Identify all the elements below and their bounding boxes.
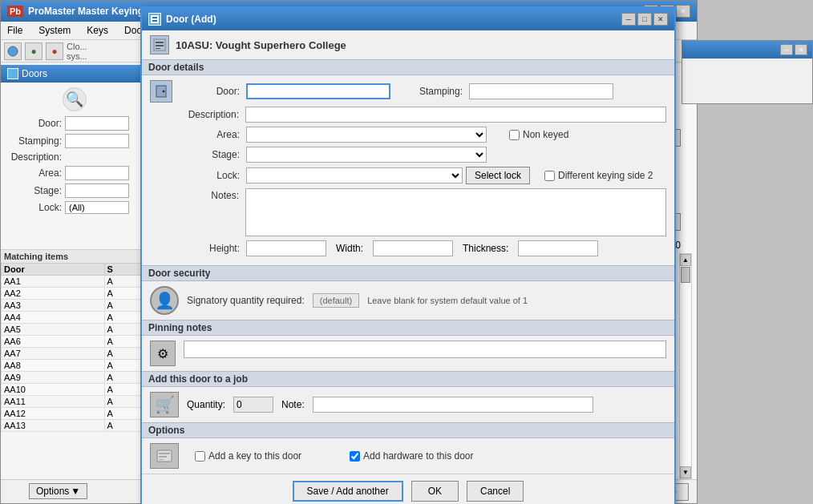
list-item[interactable]: AA12A <box>2 408 148 420</box>
svg-point-9 <box>163 91 165 93</box>
height-input[interactable] <box>246 240 326 256</box>
pinning-content: ⚙ <box>142 336 674 371</box>
thickness-label: Thickness: <box>463 243 508 254</box>
close-btn[interactable]: ✕ <box>676 5 690 18</box>
bg-door-row: Door: <box>6 116 144 131</box>
door-input[interactable] <box>246 83 390 99</box>
dimensions-row: Height: Width: Thickness: <box>150 240 666 256</box>
svg-rect-6 <box>156 45 164 46</box>
win2-close-btn[interactable]: ✕ <box>795 44 807 55</box>
list-item[interactable]: AA2A <box>2 288 148 300</box>
list-item[interactable]: AA6A <box>2 336 148 348</box>
job-note-input[interactable] <box>313 397 593 413</box>
cancel-button[interactable]: Cancel <box>467 481 524 502</box>
search-icon[interactable]: 🔍 <box>63 87 87 111</box>
bg-search-form: 🔍 Door: Stamping: Description: Area: Sta… <box>1 83 148 222</box>
different-keying-checkbox[interactable] <box>544 171 555 181</box>
svg-rect-7 <box>156 48 160 49</box>
svg-point-0 <box>8 46 18 56</box>
list-item[interactable]: AA7A <box>2 348 148 360</box>
job-quantity-label: Quantity: <box>187 399 225 410</box>
list-item[interactable]: AA5A <box>2 324 148 336</box>
dialog-subtitle-row: 10ASU: Vought Superhero College <box>142 30 674 59</box>
win2-minimize-btn[interactable]: ─ <box>780 44 793 55</box>
matching-items-header: Matching items <box>1 249 148 263</box>
dialog-subtitle-icon <box>150 35 169 54</box>
description-input[interactable] <box>245 107 666 123</box>
bg-stamping-input[interactable] <box>65 134 129 148</box>
dialog-win-controls: ─ □ ✕ <box>621 13 668 26</box>
dialog-title-left: Door (Add) <box>148 13 216 26</box>
toolbar-btn-1[interactable] <box>4 42 22 60</box>
add-hardware-checkbox[interactable] <box>350 451 360 462</box>
stamping-input[interactable] <box>469 83 613 99</box>
stage-field-row: Stage: <box>150 147 666 163</box>
svg-rect-2 <box>152 17 157 18</box>
stamping-label: Stamping: <box>402 86 466 97</box>
pinning-notes-header: Pinning notes <box>142 320 674 336</box>
job-note-label: Note: <box>281 399 305 410</box>
description-field-row: Description: <box>150 107 666 123</box>
app-icon: Pb <box>7 6 23 17</box>
dialog-minimize-btn[interactable]: ─ <box>621 13 636 26</box>
area-select[interactable] <box>246 127 487 143</box>
options-content: Add a key to this door Add hardware to t… <box>142 438 674 474</box>
options-icon <box>150 443 179 469</box>
svg-rect-13 <box>159 459 164 460</box>
job-quantity-input[interactable] <box>233 397 273 413</box>
add-to-job-header: Add this door to a job <box>142 371 674 387</box>
notes-textarea[interactable] <box>245 188 666 236</box>
save-add-another-button[interactable]: Save / Add another <box>293 481 403 502</box>
options-label: Options <box>36 486 69 497</box>
list-item[interactable]: AA1A <box>2 276 148 288</box>
scroll-up-btn[interactable]: ▲ <box>680 254 691 266</box>
lock-field-row: Lock: Select lock Different keying side … <box>150 167 666 184</box>
list-item[interactable]: AA4A <box>2 312 148 324</box>
scroll-thumb[interactable] <box>681 267 690 283</box>
non-keyed-checkbox[interactable] <box>509 130 520 140</box>
bg-door-input[interactable] <box>65 116 129 131</box>
matching-items-section: Matching items Door S AA1A AA2A AA3A AA4… <box>1 249 148 479</box>
list-item[interactable]: AA8A <box>2 360 148 372</box>
menu-system[interactable]: System <box>35 23 74 38</box>
toolbar-btn-2[interactable]: ● <box>25 42 42 60</box>
ok-button[interactable]: OK <box>411 481 459 502</box>
col-door: Door <box>2 264 105 276</box>
width-input[interactable] <box>373 240 453 256</box>
stage-select[interactable] <box>246 147 487 163</box>
doors-title-text: Doors <box>22 68 47 79</box>
list-item[interactable]: AA10A <box>2 384 148 396</box>
bg-stage-input[interactable] <box>65 183 129 198</box>
bg-stage-row: Stage: <box>6 183 144 198</box>
lock-select[interactable] <box>246 167 463 183</box>
bg-area-input[interactable] <box>65 166 129 180</box>
menu-keys[interactable]: Keys <box>83 23 111 38</box>
dialog-close-btn[interactable]: ✕ <box>653 13 668 26</box>
menu-file[interactable]: File <box>4 23 26 38</box>
toolbar-btn-3[interactable]: ● <box>46 42 63 60</box>
bg-description-row: Description: <box>6 151 144 163</box>
pinning-notes-input[interactable] <box>184 341 666 358</box>
list-item[interactable]: AA13A <box>2 420 148 432</box>
dialog-maximize-btn[interactable]: □ <box>637 13 652 26</box>
description-label: Description: <box>179 109 242 120</box>
scroll-track <box>680 266 691 466</box>
bg-window2: ─ ✕ <box>682 40 813 104</box>
list-item[interactable]: AA3A <box>2 300 148 312</box>
select-lock-button[interactable]: Select lock <box>466 167 530 184</box>
bg-window2-titlebar: ─ ✕ <box>682 41 812 58</box>
list-item[interactable]: AA9A <box>2 372 148 384</box>
svg-rect-11 <box>159 453 170 454</box>
default-button[interactable]: (default) <box>313 293 359 308</box>
options-dropdown-button[interactable]: Options ▼ <box>29 483 87 499</box>
list-item[interactable]: AA11A <box>2 396 148 408</box>
scroll-down-btn[interactable]: ▼ <box>680 466 691 478</box>
dialog-title-text: Door (Add) <box>166 14 216 25</box>
search-icon-area: 🔍 <box>6 87 144 111</box>
add-key-checkbox[interactable] <box>195 451 205 462</box>
bg-lock-value: (All) <box>65 201 129 214</box>
stage-label: Stage: <box>179 149 243 160</box>
thickness-input[interactable] <box>518 240 598 256</box>
bg-area-label: Area: <box>6 167 62 179</box>
door-security-header: Door security <box>142 265 674 281</box>
